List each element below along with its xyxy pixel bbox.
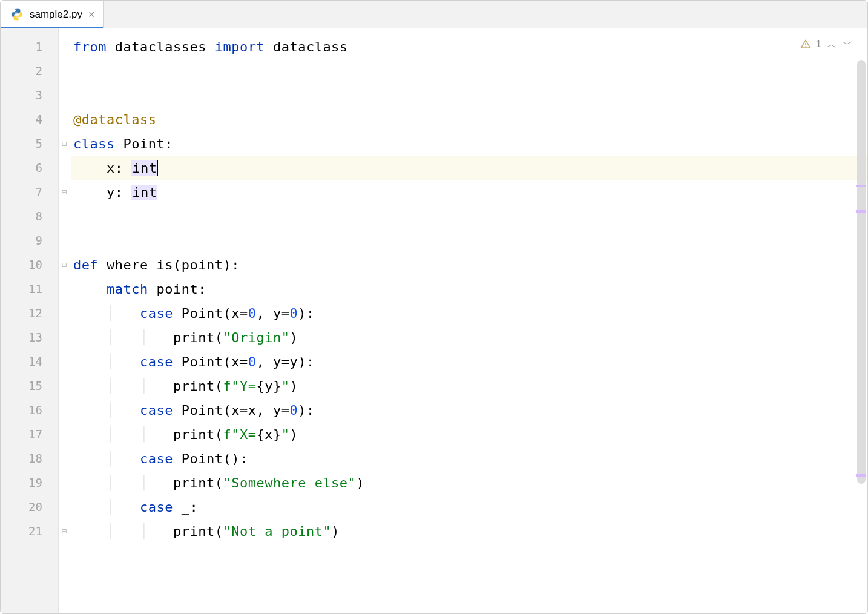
code-line[interactable]: @dataclass	[71, 107, 867, 131]
line-number[interactable]: 19	[1, 470, 58, 495]
code-token: {y}	[256, 378, 281, 394]
code-line[interactable]: match point:	[71, 277, 867, 301]
code-token: )	[331, 524, 340, 539]
line-number[interactable]: 15	[1, 374, 58, 398]
code-line[interactable]: │ │ print(f"Y={y}")	[71, 374, 867, 398]
code-line[interactable]: x: int	[71, 156, 867, 180]
code-token: _:	[182, 500, 199, 515]
code-area[interactable]: 1 ︿ ﹀ from dataclasses import dataclass@…	[71, 28, 867, 613]
line-number-gutter[interactable]: 123456789101112131415161718192021	[1, 28, 59, 613]
code-token: │	[107, 403, 140, 418]
chevron-up-icon[interactable]: ︿	[826, 37, 837, 51]
code-token: )	[289, 427, 298, 442]
code-line[interactable]: │ case Point(x=x, y=0):	[71, 398, 867, 422]
line-number[interactable]: 17	[1, 422, 58, 446]
code-token: dataclass	[273, 39, 348, 54]
tab-close-icon[interactable]: ×	[88, 9, 95, 20]
chevron-down-icon[interactable]: ﹀	[842, 37, 853, 51]
line-number[interactable]: 12	[1, 301, 58, 325]
code-token: , y=	[256, 306, 289, 321]
code-token	[73, 524, 107, 539]
line-number[interactable]: 21	[1, 519, 58, 543]
line-number[interactable]: 8	[1, 204, 58, 228]
tab-bar: sample2.py ×	[1, 1, 867, 28]
code-token: case	[140, 500, 182, 515]
code-token: "Somewhere else"	[223, 475, 356, 490]
code-line[interactable]: │ case Point():	[71, 446, 867, 470]
inspection-widget[interactable]: 1 ︿ ﹀	[800, 37, 853, 51]
code-token: │ │	[107, 330, 173, 345]
code-token: ):	[298, 306, 315, 321]
warning-icon	[800, 39, 811, 50]
scrollbar-marker	[856, 185, 866, 187]
svg-rect-2	[805, 43, 806, 45]
code-line[interactable]	[71, 204, 867, 228]
code-token: case	[140, 306, 182, 321]
code-token	[73, 330, 107, 345]
code-token: "Origin"	[223, 330, 289, 345]
code-line[interactable]	[71, 59, 867, 83]
editor-window: sample2.py × 123456789101112131415161718…	[0, 0, 868, 614]
line-number[interactable]: 2	[1, 59, 58, 83]
code-token: def	[73, 257, 107, 272]
vertical-scrollbar[interactable]	[857, 60, 866, 484]
code-token: y:	[73, 185, 131, 200]
code-token: f"Y=	[223, 378, 256, 394]
line-number[interactable]: 9	[1, 228, 58, 253]
fold-toggle-icon[interactable]: ⊟	[59, 259, 70, 270]
code-line[interactable]: def where_is(point):	[71, 253, 867, 277]
code-line[interactable]: class Point:	[71, 131, 867, 156]
fold-toggle-icon[interactable]: ⊟	[59, 187, 70, 197]
line-number[interactable]: 13	[1, 325, 58, 349]
fold-strip[interactable]: ⊟⊟⊟⊟	[59, 28, 71, 613]
code-token: print(	[173, 427, 223, 442]
line-number[interactable]: 20	[1, 495, 58, 519]
line-number[interactable]: 6	[1, 156, 58, 180]
code-token: )	[289, 330, 298, 345]
code-token: "Not a point"	[223, 524, 331, 539]
code-line[interactable]: │ │ print("Not a point")	[71, 519, 867, 543]
line-number[interactable]: 7	[1, 180, 58, 204]
warning-count: 1	[816, 38, 821, 50]
code-line[interactable]: │ │ print("Somewhere else")	[71, 470, 867, 495]
code-token: Point(x=	[182, 354, 248, 369]
code-line[interactable]: │ case Point(x=0, y=0):	[71, 301, 867, 325]
tab-sample2[interactable]: sample2.py ×	[1, 1, 104, 28]
line-number[interactable]: 4	[1, 107, 58, 131]
code-line[interactable]: │ │ print("Origin")	[71, 325, 867, 349]
line-number[interactable]: 16	[1, 398, 58, 422]
code-line[interactable]	[71, 228, 867, 253]
line-number[interactable]: 11	[1, 277, 58, 301]
code-token: where_is	[107, 257, 173, 272]
code-token: import	[215, 39, 273, 54]
code-token: match	[107, 282, 156, 297]
code-token: print(	[173, 524, 223, 539]
code-token: case	[140, 403, 182, 418]
code-token: dataclasses	[115, 39, 215, 54]
code-token: , y=y):	[256, 354, 314, 369]
code-line[interactable]: │ case _:	[71, 495, 867, 519]
code-line[interactable]: │ │ print(f"X={x}")	[71, 422, 867, 446]
svg-point-1	[18, 18, 19, 19]
line-number[interactable]: 18	[1, 446, 58, 470]
svg-point-0	[15, 10, 16, 11]
code-line[interactable]	[71, 83, 867, 107]
code-line[interactable]: from dataclasses import dataclass	[71, 35, 867, 59]
line-number[interactable]: 3	[1, 83, 58, 107]
scrollbar-marker	[856, 474, 866, 477]
code-token	[73, 500, 107, 515]
scrollbar-marker	[856, 210, 866, 213]
code-token: print(	[173, 378, 223, 394]
line-number[interactable]: 5	[1, 131, 58, 156]
line-number[interactable]: 10	[1, 253, 58, 277]
text-caret	[157, 160, 158, 176]
line-number[interactable]: 14	[1, 349, 58, 374]
fold-toggle-icon[interactable]: ⊟	[59, 526, 70, 536]
line-number[interactable]: 1	[1, 35, 58, 59]
code-line[interactable]: y: int	[71, 180, 867, 204]
code-token: │ │	[107, 378, 173, 394]
code-token: )	[289, 378, 298, 394]
code-line[interactable]: │ case Point(x=0, y=y):	[71, 349, 867, 374]
fold-toggle-icon[interactable]: ⊟	[59, 138, 70, 149]
code-token	[73, 427, 107, 442]
